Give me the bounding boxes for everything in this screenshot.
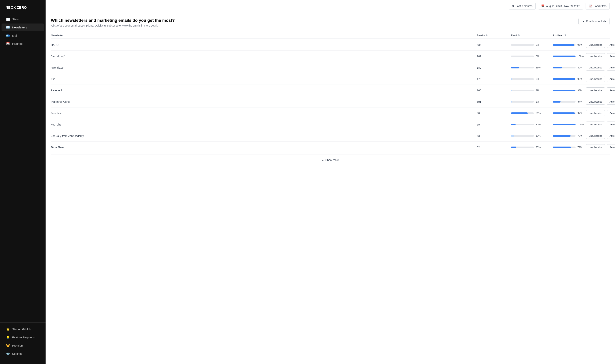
sidebar-item-settings[interactable]: ⚙️ Settings	[1, 350, 44, 358]
archived-bar-fill	[553, 101, 560, 103]
action-archive-cell: 100% Unsubscribe Auto archive View	[553, 121, 610, 127]
read-bar-track	[511, 135, 534, 137]
archived-bar-cell: 40%	[553, 66, 584, 69]
archived-bar-fill	[553, 124, 575, 125]
read-bar-cell: 4%	[511, 89, 553, 92]
sidebar-item-label: Stats	[12, 18, 19, 21]
sidebar-item-label: Mail	[12, 34, 17, 37]
sidebar-item-premium[interactable]: 👑 Premium	[1, 342, 44, 349]
read-bar-fill	[511, 44, 511, 46]
sidebar-item-label: Star on GitHub	[12, 328, 31, 331]
newsletter-name: ZenDaily from ZenAcademy	[51, 134, 477, 137]
row-actions: Unsubscribe Auto archive View	[586, 133, 615, 139]
read-bar-fill	[511, 124, 516, 125]
row-actions: Unsubscribe Auto archive View	[586, 110, 615, 116]
sidebar-item-newsletters[interactable]: ✉️ Newsletters	[1, 24, 44, 31]
unsubscribe-button[interactable]: Unsubscribe	[586, 110, 605, 116]
email-count: 75	[477, 123, 511, 126]
read-bar-track	[511, 124, 534, 125]
unsubscribe-button[interactable]: Unsubscribe	[586, 65, 605, 71]
read-bar-track	[511, 78, 534, 80]
read-bar-cell: 13%	[511, 134, 553, 137]
unsubscribe-button[interactable]: Unsubscribe	[586, 99, 605, 105]
auto-archive-button[interactable]: Auto archive	[607, 42, 615, 48]
read-bar-cell: 35%	[511, 66, 553, 69]
archived-bar-cell: 100%	[553, 55, 584, 58]
auto-archive-button[interactable]: Auto archive	[607, 87, 615, 93]
read-bar-fill	[511, 90, 512, 91]
auto-archive-button[interactable]: Auto archive	[607, 76, 615, 82]
table-row: YouTube 75 20% 100% Unsubscribe Auto arc…	[51, 119, 610, 130]
sidebar-item-mail[interactable]: 📬 Mail	[1, 32, 44, 39]
auto-archive-button[interactable]: Auto archive	[607, 121, 615, 127]
row-actions: Unsubscribe Auto archive View	[586, 76, 615, 82]
table-row: "vercel[bot]" 262 0% 100% Unsubscribe Au…	[51, 51, 610, 62]
load-stats-label: Load Stats	[594, 5, 606, 8]
period-filter-button[interactable]: ⇅ Last 3 months	[509, 3, 536, 10]
unsubscribe-button[interactable]: Unsubscribe	[586, 42, 605, 48]
archived-bar-cell: 79%	[553, 146, 584, 149]
newsletters-icon: ✉️	[6, 26, 10, 29]
main-area: ⇅ Last 3 months 📅 Aug 11, 2023 - Nov 09,…	[46, 0, 615, 364]
read-bar-fill	[511, 112, 528, 114]
unsubscribe-button[interactable]: Unsubscribe	[586, 53, 605, 59]
auto-archive-button[interactable]: Auto archive	[607, 144, 615, 150]
col-header-read[interactable]: Read ⇅	[511, 34, 553, 37]
unsubscribe-button[interactable]: Unsubscribe	[586, 121, 605, 127]
auto-archive-button[interactable]: Auto archive	[607, 110, 615, 116]
archived-pct-label: 40%	[577, 66, 584, 69]
page-header-text: Which newsletters and marketing emails d…	[51, 18, 175, 27]
read-pct-label: 73%	[536, 112, 543, 115]
read-pct-label: 23%	[536, 146, 543, 149]
unsubscribe-button[interactable]: Unsubscribe	[586, 87, 605, 93]
email-count: 62	[477, 146, 511, 149]
read-pct-label: 35%	[536, 66, 543, 69]
auto-archive-button[interactable]: Auto archive	[607, 53, 615, 59]
emails-to-include-button[interactable]: ▼ Emails to include	[578, 18, 610, 25]
read-bar-cell: 23%	[511, 146, 553, 149]
read-bar-fill	[511, 101, 512, 103]
auto-archive-button[interactable]: Auto archive	[607, 65, 615, 71]
unsubscribe-button[interactable]: Unsubscribe	[586, 133, 605, 139]
col-header-archived[interactable]: Archived ⇅	[553, 34, 610, 37]
read-bar-track	[511, 101, 534, 103]
row-actions: Unsubscribe Auto archive View	[586, 87, 615, 93]
chart-icon: 📈	[589, 4, 592, 8]
archived-bar-cell: 97%	[553, 112, 584, 115]
row-actions: Unsubscribe Auto archive View	[586, 42, 615, 48]
action-archive-cell: 99% Unsubscribe Auto archive View	[553, 76, 610, 82]
filter-icon-symbol: ▼	[582, 20, 585, 23]
load-stats-button[interactable]: 📈 Load Stats	[586, 3, 610, 10]
auto-archive-button[interactable]: Auto archive	[607, 99, 615, 105]
sort-icon-emails: ⇅	[486, 34, 487, 37]
sidebar-item-planned[interactable]: 📅 Planned	[1, 40, 44, 48]
show-more-label: Show more	[326, 158, 339, 162]
period-label: Last 3 months	[516, 5, 533, 8]
unsubscribe-button[interactable]: Unsubscribe	[586, 76, 605, 82]
email-count: 90	[477, 112, 511, 115]
page-title: Which newsletters and marketing emails d…	[51, 18, 175, 23]
newsletter-name: HARO	[51, 43, 477, 46]
read-bar-fill	[511, 146, 516, 148]
table-row: Papertrail Alerts 101 3% 34% Unsubscribe…	[51, 96, 610, 107]
archived-bar-track	[553, 78, 575, 80]
read-bar-cell: 73%	[511, 112, 553, 115]
show-more-button[interactable]: ⌄ Show more	[51, 155, 610, 165]
auto-archive-button[interactable]: Auto archive	[607, 133, 615, 139]
date-range-button[interactable]: 📅 Aug 11, 2023 - Nov 09, 2023	[538, 3, 583, 10]
unsubscribe-button[interactable]: Unsubscribe	[586, 144, 605, 150]
sidebar-item-feature-requests[interactable]: 💡 Feature Requests	[1, 334, 44, 341]
archived-bar-cell: 95%	[553, 43, 584, 46]
filter-btn-label: Emails to include	[586, 20, 606, 23]
read-bar-fill	[511, 135, 514, 137]
col-header-emails[interactable]: Emails ⇅	[477, 34, 511, 37]
archived-bar-track	[553, 67, 575, 68]
row-actions: Unsubscribe Auto archive View	[586, 53, 615, 59]
newsletter-name: Papertrail Alerts	[51, 100, 477, 103]
sidebar-item-stats[interactable]: 📊 Stats	[1, 15, 44, 23]
archived-bar-cell: 100%	[553, 123, 584, 126]
archived-pct-label: 34%	[577, 100, 584, 103]
email-count: 166	[477, 89, 511, 92]
sidebar-item-star-github[interactable]: ⭐ Star on GitHub	[1, 325, 44, 333]
read-bar-cell: 6%	[511, 78, 553, 80]
